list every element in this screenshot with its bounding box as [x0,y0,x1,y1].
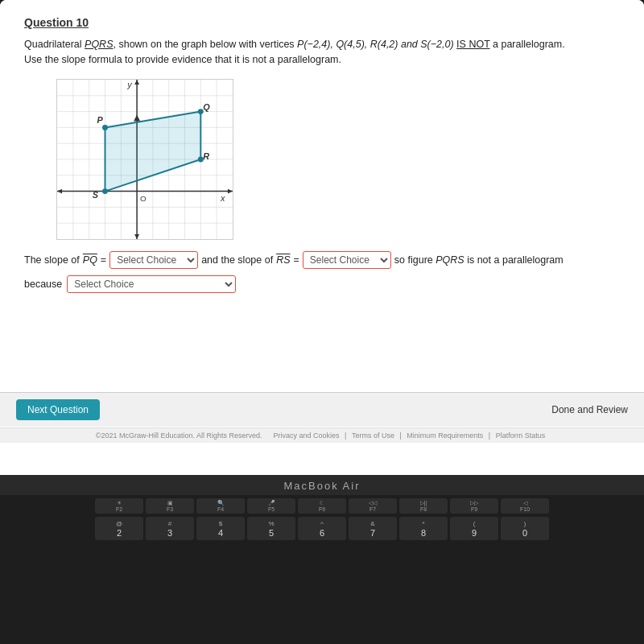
q-text-part2: , shown on the graph below with vertices [113,39,297,50]
graph-container: x y O P Q R S [56,79,233,240]
and-slope-label: and the slope of [201,254,273,266]
because-label: because [24,279,62,290]
fn-key-f4[interactable]: 🔍F4 [196,498,245,514]
svg-marker-21 [228,188,233,193]
svg-text:y: y [126,80,132,89]
equals1: = [101,254,106,266]
macbook-label: MacBook Air [0,475,644,495]
num-key-5[interactable]: %5 [247,517,295,540]
so-text: so figure PQRS is not a parallelogram [394,254,564,266]
slope-label1: The slope of [24,254,80,266]
fn-key-f2[interactable]: ☀F2 [95,498,143,514]
fn-key-f8[interactable]: ▷||F8 [399,498,448,514]
fn-key-f3[interactable]: ▣F3 [146,498,194,514]
slope-rs-dropdown[interactable]: Select Choice 1/6 1/3 3 6 [303,251,391,269]
fn-key-f7[interactable]: ◁◁F7 [349,498,397,514]
num-key-7[interactable]: &7 [349,517,397,540]
terms-link[interactable]: Terms of Use [352,431,394,440]
num-key-row: @2 #3 $4 %5 ^6 &7 *8 (9 )0 [8,517,636,540]
num-key-9[interactable]: (9 [450,517,498,540]
min-req-link[interactable]: Minimum Requirements [407,431,483,440]
num-key-0[interactable]: )0 [501,517,549,540]
fn-key-f5[interactable]: 🎤F5 [247,498,295,514]
num-key-4[interactable]: $4 [196,517,245,540]
fn-key-f6[interactable]: ☾F6 [298,498,346,514]
pq-label: PQ [83,254,97,266]
equals2: = [294,254,299,266]
question-text: Quadrilateral PQRS, shown on the graph b… [24,37,620,68]
svg-marker-22 [57,188,62,193]
graph-svg: x y O P Q R S [57,80,233,239]
svg-text:R: R [203,151,209,161]
svg-point-33 [102,124,108,130]
question-number: Question 10 [24,16,620,29]
fn-key-row: ☀F2 ▣F3 🔍F4 🎤F5 ☾F6 ◁◁F7 ▷||F8 ▷▷F9 ◁F10 [8,498,636,514]
next-question-button[interactable]: Next Question [16,399,100,420]
num-key-3[interactable]: #3 [146,517,194,540]
svg-point-36 [102,188,108,194]
fn-key-f10[interactable]: ◁F10 [501,498,549,514]
svg-marker-24 [134,234,139,239]
num-key-2[interactable]: @2 [95,517,143,540]
svg-text:x: x [220,193,225,203]
copyright-bar: ©2021 McGraw-Hill Education. All Rights … [0,427,644,443]
keyboard-area: ☀F2 ▣F3 🔍F4 🎤F5 ☾F6 ◁◁F7 ▷||F8 ▷▷F9 ◁F10… [0,495,644,644]
platform-link[interactable]: Platform Status [496,431,546,440]
svg-text:Q: Q [203,101,210,111]
slope-pq-dropdown[interactable]: Select Choice 1/6 1/3 3 6 [109,251,198,269]
svg-text:P: P [97,115,104,125]
svg-marker-23 [134,80,139,85]
num-key-8[interactable]: *8 [399,517,448,540]
q-is-not: IS NOT a parallelogram. [456,39,565,50]
svg-text:O: O [140,194,147,203]
privacy-link[interactable]: Privacy and Cookies [274,431,340,440]
because-row: because Select Choice the slopes are equ… [24,275,620,293]
svg-marker-41 [134,114,140,121]
because-dropdown[interactable]: Select Choice the slopes are equal the s… [67,275,236,293]
q-pqrs: PQRS [85,39,113,50]
q-text-part1: Quadrilateral [24,39,85,50]
copyright-text: ©2021 McGraw-Hill Education. All Rights … [96,431,262,440]
q-vertices: P(−2,4), Q(4,5), R(4,2) and S(−2,0) [297,39,454,50]
q-text-part4: Use the slope formula to provide evidenc… [24,54,341,65]
rs-label: RS [276,254,290,266]
done-review-label: Done and Review [551,404,628,415]
answer-row-1: The slope of PQ = Select Choice 1/6 1/3 … [24,251,620,269]
svg-text:S: S [93,189,99,199]
fn-key-f9[interactable]: ▷▷F9 [450,498,498,514]
footer-bar: Next Question Done and Review [0,392,644,427]
num-key-6[interactable]: ^6 [298,517,346,540]
